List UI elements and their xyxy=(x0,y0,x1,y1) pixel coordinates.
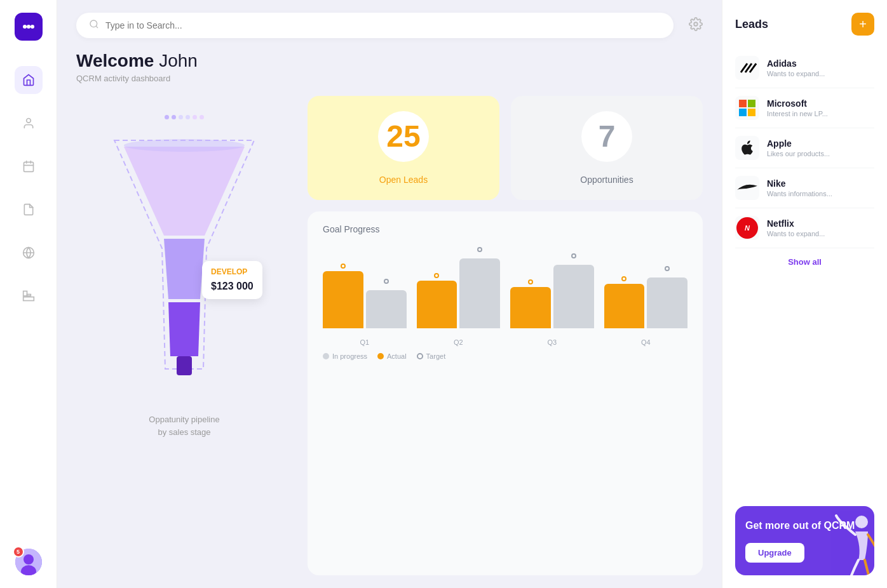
opportunities-number: 7 xyxy=(599,121,616,152)
stat-cards: 25 Open Leads 7 Opportunities xyxy=(308,96,703,200)
lead-item-microsoft[interactable]: Microsoft Interest in new LP... xyxy=(735,88,874,128)
chart-group-q3 xyxy=(510,265,594,328)
apple-logo xyxy=(735,136,759,160)
svg-line-17 xyxy=(96,26,98,28)
nike-logo xyxy=(735,176,759,200)
chart-group-q1 xyxy=(323,271,407,328)
sidebar-item-globe[interactable] xyxy=(15,239,43,267)
legend-actual: Actual xyxy=(377,352,407,360)
open-leads-label: Open Leads xyxy=(379,175,428,185)
svg-rect-25 xyxy=(748,100,755,107)
search-input[interactable] xyxy=(105,20,661,30)
chart-group-q4 xyxy=(604,277,688,328)
q3-bar-progress xyxy=(553,265,594,328)
q2-dot-actual xyxy=(434,273,439,278)
upgrade-button[interactable]: Upgrade xyxy=(745,543,804,563)
lead-item-netflix[interactable]: N Netflix Wants to expand... xyxy=(735,208,874,248)
svg-point-20 xyxy=(124,139,245,152)
q4-bar-actual xyxy=(604,284,645,328)
q2-bar-actual xyxy=(417,281,457,328)
upgrade-figure xyxy=(827,509,874,575)
apple-info: Apple Likes our products... xyxy=(767,138,874,157)
funnel-svg xyxy=(95,102,273,394)
svg-point-16 xyxy=(90,20,97,27)
main-content: Welcome John QCRM activity dashboard xyxy=(57,0,722,588)
chart-labels: Q1 Q2 Q3 Q4 xyxy=(323,338,687,346)
netflix-info: Netflix Wants to expand... xyxy=(767,218,874,237)
goal-progress-card: Goal Progress xyxy=(308,211,703,575)
opportunities-circle: 7 xyxy=(581,111,632,162)
search-bar[interactable] xyxy=(76,13,674,38)
sidebar-item-calendar[interactable] xyxy=(15,152,43,180)
upgrade-card: Get more out of QCRM Upgrade xyxy=(735,506,874,575)
adidas-info: Adidas Wants to expand... xyxy=(767,58,874,77)
q3-dot-progress xyxy=(571,253,576,258)
open-leads-number: 25 xyxy=(386,121,420,152)
funnel-caption: Oppatunity pipeline by sales stage xyxy=(149,413,219,438)
notification-badge: 5 xyxy=(13,546,24,558)
q1-bar-actual xyxy=(323,271,363,328)
lead-item-apple[interactable]: Apple Likes our products... xyxy=(735,128,874,168)
user-avatar[interactable]: 5 xyxy=(15,549,42,575)
add-lead-button[interactable]: + xyxy=(851,13,874,36)
chart-label-q4: Q4 xyxy=(604,338,688,346)
content-area: DEVELOP $123 000 Oppatunity pipeline by … xyxy=(76,96,703,575)
svg-point-28 xyxy=(855,516,868,528)
svg-rect-19 xyxy=(177,356,192,375)
show-all-button[interactable]: Show all xyxy=(735,257,874,267)
sidebar-item-reports[interactable] xyxy=(15,282,43,310)
stats-section: 25 Open Leads 7 Opportunities Goal Progr… xyxy=(308,96,703,575)
svg-point-3 xyxy=(26,119,30,123)
chart-legend: In progress Actual Target xyxy=(323,352,687,360)
chart-label-q2: Q2 xyxy=(417,338,501,346)
chart-label-q3: Q3 xyxy=(510,338,594,346)
sidebar-item-home[interactable] xyxy=(15,66,43,94)
netflix-logo: N xyxy=(735,216,759,240)
q1-dot-progress xyxy=(384,279,389,284)
welcome-subtitle: QCRM activity dashboard xyxy=(76,74,703,83)
welcome-section: Welcome John QCRM activity dashboard xyxy=(76,51,703,83)
lead-item-adidas[interactable]: Adidas Wants to expand... xyxy=(735,48,874,88)
svg-point-18 xyxy=(694,22,698,26)
opportunities-card[interactable]: 7 Opportunities xyxy=(511,96,703,200)
sidebar-item-contacts[interactable] xyxy=(15,109,43,137)
panel-title: Leads xyxy=(735,18,768,31)
open-leads-card[interactable]: 25 Open Leads xyxy=(308,96,499,200)
panel-header: Leads + xyxy=(735,13,874,36)
sidebar-bottom: 5 xyxy=(15,549,42,575)
svg-point-1 xyxy=(27,25,30,29)
microsoft-info: Microsoft Interest in new LP... xyxy=(767,98,874,117)
svg-rect-12 xyxy=(23,297,34,301)
chart-area xyxy=(323,244,687,333)
chart-group-q2 xyxy=(417,258,501,328)
svg-rect-24 xyxy=(739,100,747,107)
lead-item-nike[interactable]: Nike Wants informations... xyxy=(735,168,874,208)
legend-dot-gray xyxy=(323,353,329,359)
q4-dot-actual xyxy=(621,276,626,281)
funnel-label: DEVELOP $123 000 xyxy=(202,261,262,300)
sidebar: 5 xyxy=(0,0,57,588)
legend-target: Target xyxy=(417,352,446,360)
header xyxy=(76,13,703,38)
q3-dot-actual xyxy=(528,279,533,284)
sidebar-item-documents[interactable] xyxy=(15,196,43,224)
q1-dot-actual xyxy=(341,264,346,269)
microsoft-logo xyxy=(735,96,759,120)
settings-icon[interactable] xyxy=(689,17,703,34)
svg-rect-27 xyxy=(748,109,755,116)
q2-bar-progress xyxy=(459,258,500,328)
chart-label-q1: Q1 xyxy=(323,338,407,346)
svg-point-0 xyxy=(23,25,27,29)
svg-rect-11 xyxy=(27,295,30,297)
app-logo[interactable] xyxy=(15,13,43,41)
opportunities-label: Opportunities xyxy=(580,175,633,185)
svg-point-2 xyxy=(30,25,34,29)
svg-point-14 xyxy=(24,554,34,565)
q4-dot-progress xyxy=(665,266,670,271)
right-panel: Leads + Adidas Wants to expand... M xyxy=(722,0,887,588)
adidas-logo xyxy=(735,56,759,80)
q2-dot-progress xyxy=(477,247,482,252)
funnel-section: DEVELOP $123 000 Oppatunity pipeline by … xyxy=(76,96,292,575)
nike-info: Nike Wants informations... xyxy=(767,178,874,197)
search-icon xyxy=(89,19,99,32)
